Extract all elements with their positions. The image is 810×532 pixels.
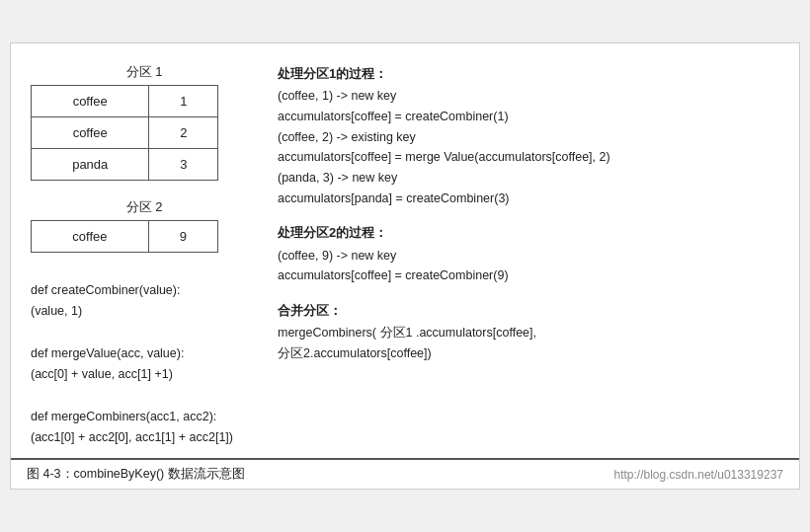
partition2-process-title: 处理分区2的过程： bbox=[278, 222, 779, 243]
content-area: 分区 1 coffee1coffee2panda3 分区 2 coffee9 d… bbox=[11, 43, 799, 458]
createcombiner-title: def createCombiner(value): bbox=[31, 280, 258, 301]
list-item: (coffee, 2) -> existing key bbox=[278, 127, 779, 148]
list-item: accumulators[panda] = createCombiner(3) bbox=[278, 189, 779, 209]
list-item: (coffee, 1) -> new key bbox=[278, 86, 779, 107]
main-container: 分区 1 coffee1coffee2panda3 分区 2 coffee9 d… bbox=[10, 42, 800, 490]
table-row: panda3 bbox=[32, 149, 218, 181]
mergecombiners-body: (acc1[0] + acc2[0], acc1[1] + acc2[1]) bbox=[31, 427, 258, 448]
list-item: accumulators[coffee] = createCombiner(9) bbox=[278, 266, 779, 286]
footer: 图 4-3：combineByKey() 数据流示意图 http://blog.… bbox=[11, 458, 799, 489]
footer-label: 图 4-3：combineByKey() 数据流示意图 bbox=[27, 466, 245, 483]
list-item: 分区2.accumulators[coffee]) bbox=[278, 343, 779, 364]
right-panel: 处理分区1的过程： (coffee, 1) -> new keyaccumula… bbox=[278, 63, 779, 448]
partition2-table: coffee9 bbox=[31, 220, 218, 253]
partition1-label: 分区 1 bbox=[31, 63, 258, 81]
partition2-section: 处理分区2的过程： (coffee, 9) -> new keyaccumula… bbox=[278, 222, 779, 286]
partition1-process-title: 处理分区1的过程： bbox=[278, 63, 779, 84]
table-row: coffee1 bbox=[32, 86, 218, 117]
mergevalue-body: (acc[0] + value, acc[1] +1) bbox=[31, 364, 258, 385]
partition1-table: coffee1coffee2panda3 bbox=[31, 85, 218, 181]
mergevalue-title: def mergeValue(acc, value): bbox=[31, 343, 258, 364]
partition1-section: 处理分区1的过程： (coffee, 1) -> new keyaccumula… bbox=[278, 63, 779, 208]
table-row: coffee2 bbox=[32, 117, 218, 149]
merge-title: 合并分区： bbox=[278, 300, 779, 321]
code-block: def createCombiner(value): (value, 1) de… bbox=[31, 280, 258, 448]
list-item: accumulators[coffee] = createCombiner(1) bbox=[278, 107, 779, 127]
partition2-label: 分区 2 bbox=[31, 198, 258, 216]
merge-section: 合并分区： mergeCombiners( 分区1 .accumulators[… bbox=[278, 300, 779, 364]
list-item: accumulators[coffee] = merge Value(accum… bbox=[278, 147, 779, 168]
list-item: (coffee, 9) -> new key bbox=[278, 246, 779, 266]
list-item: (panda, 3) -> new key bbox=[278, 168, 779, 189]
footer-url: http://blog.csdn.net/u013319237 bbox=[614, 468, 783, 482]
mergecombiners-title: def mergeCombiners(acc1, acc2): bbox=[31, 407, 258, 427]
table-row: coffee9 bbox=[32, 221, 218, 253]
left-panel: 分区 1 coffee1coffee2panda3 分区 2 coffee9 d… bbox=[31, 63, 258, 448]
list-item: mergeCombiners( 分区1 .accumulators[coffee… bbox=[278, 323, 779, 343]
createcombiner-body: (value, 1) bbox=[31, 301, 258, 322]
